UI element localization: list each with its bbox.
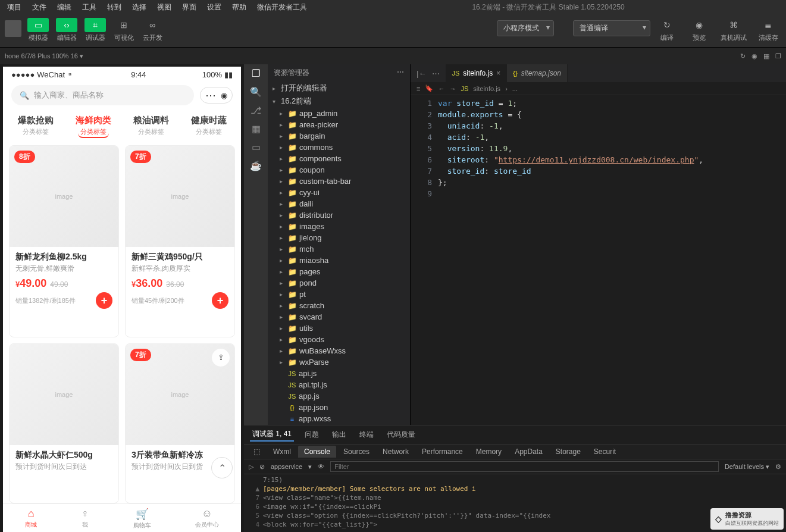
toolbar-button[interactable]: ⌗调试器 bbox=[82, 17, 108, 43]
inspect-icon[interactable]: ⬚ bbox=[248, 446, 266, 458]
more-icon[interactable]: ⋯ bbox=[397, 68, 404, 78]
tree-folder[interactable]: ▸📁utils bbox=[268, 323, 410, 334]
menu-item[interactable]: 帮助 bbox=[227, 1, 251, 14]
menu-item[interactable]: 微信开发者工具 bbox=[252, 1, 312, 14]
tree-folder[interactable]: ▸📁daili bbox=[268, 198, 410, 209]
tree-file[interactable]: JSapp.js bbox=[268, 390, 410, 402]
scroll-top-button[interactable]: ⌃ bbox=[211, 457, 233, 478]
toolbar-button[interactable]: ↻编译 bbox=[654, 17, 680, 43]
tree-folder[interactable]: ▸📁area-picker bbox=[268, 119, 410, 130]
code-editor[interactable]: 123456789 var store_id = 1;module.export… bbox=[411, 95, 786, 425]
clear-icon[interactable]: ⊘ bbox=[259, 463, 265, 471]
stop-icon[interactable]: ▷ bbox=[249, 463, 253, 471]
add-button[interactable]: + bbox=[96, 292, 112, 309]
settings-icon[interactable]: ⚙ bbox=[775, 463, 781, 471]
menu-item[interactable]: 视图 bbox=[152, 1, 176, 14]
debugger-tab[interactable]: 终端 bbox=[357, 428, 376, 441]
devtools-panel[interactable]: Memory bbox=[470, 446, 508, 458]
tree-folder[interactable]: ▸📁bargain bbox=[268, 130, 410, 142]
tree-folder[interactable]: ▸📁miaosha bbox=[268, 255, 410, 266]
toolbar-button[interactable]: ▭模拟器 bbox=[25, 17, 51, 43]
nav-back-icon[interactable]: ← bbox=[438, 85, 444, 92]
context-dropdown[interactable]: appservice bbox=[271, 463, 302, 470]
split-icon[interactable]: |← bbox=[417, 69, 426, 78]
levels-dropdown[interactable]: Default levels ▾ bbox=[725, 463, 769, 471]
tree-folder[interactable]: ▸📁images bbox=[268, 221, 410, 232]
avatar[interactable] bbox=[5, 20, 21, 37]
devtools-panel[interactable]: AppData bbox=[509, 446, 549, 458]
tree-folder[interactable]: ▸📁wuBaseWxss bbox=[268, 345, 410, 356]
tree-folder[interactable]: ▸📁app_admin bbox=[268, 108, 410, 119]
more-icon[interactable]: ⋯ bbox=[205, 90, 216, 101]
toolbar-button[interactable]: ∞云开发 bbox=[139, 17, 165, 43]
category-tab[interactable]: 健康时蔬分类标签 bbox=[191, 115, 227, 138]
menu-item[interactable]: 转到 bbox=[102, 1, 126, 14]
extensions-icon[interactable]: ▦ bbox=[252, 123, 261, 134]
tree-file[interactable]: ≡app.wxss bbox=[268, 413, 410, 424]
capsule[interactable]: ⋯ ◉ bbox=[200, 87, 233, 104]
debugger-tab[interactable]: 代码质量 bbox=[384, 428, 418, 441]
filter-input[interactable] bbox=[330, 461, 719, 472]
device-label[interactable]: hone 6/7/8 Plus 100% 16 ▾ bbox=[5, 52, 83, 60]
menu-item[interactable]: 文件 bbox=[27, 1, 51, 14]
window-icon[interactable]: ❐ bbox=[775, 52, 781, 60]
bookmark-icon[interactable]: 🔖 bbox=[425, 85, 433, 92]
toolbar-button[interactable]: ⌘真机调试 bbox=[718, 17, 749, 43]
tree-folder[interactable]: ▸📁custom-tab-bar bbox=[268, 176, 410, 187]
tree-folder[interactable]: ▸📁scratch bbox=[268, 300, 410, 311]
product-card[interactable]: 7折image⇪3斤装带鱼新鲜冷冻预计到货时间次日到货 bbox=[125, 343, 235, 504]
toolbar-button[interactable]: ◉预览 bbox=[686, 17, 712, 43]
tree-file[interactable]: {}app.json bbox=[268, 402, 410, 413]
menu-item[interactable]: 界面 bbox=[177, 1, 201, 14]
tree-folder[interactable]: ▸📁mch bbox=[268, 243, 410, 255]
grid-icon[interactable]: ▦ bbox=[763, 52, 769, 60]
toolbar-button[interactable]: ≣清缓存 bbox=[755, 17, 781, 43]
product-card[interactable]: image新鲜水晶大虾仁500g预计到货时间次日到达 bbox=[9, 343, 119, 504]
product-card[interactable]: 7折image新鲜三黄鸡950g/只新鲜宰杀,肉质厚实36.0036.00销量4… bbox=[125, 145, 235, 337]
branch-icon[interactable]: ⎇ bbox=[250, 105, 261, 116]
menu-item[interactable]: 选择 bbox=[127, 1, 151, 14]
close-icon[interactable]: × bbox=[496, 69, 500, 77]
category-tab[interactable]: 海鲜肉类分类标签 bbox=[76, 115, 111, 138]
nav-item[interactable]: ☺会员中心 bbox=[195, 508, 219, 530]
debug-icon[interactable]: ▭ bbox=[252, 142, 261, 153]
editor-tab[interactable]: {}sitemap.json bbox=[507, 64, 568, 82]
tree-folder[interactable]: ▸📁pond bbox=[268, 277, 410, 289]
tree-folder[interactable]: ▸📁components bbox=[268, 153, 410, 164]
menu-item[interactable]: 编辑 bbox=[52, 1, 76, 14]
terminal-icon[interactable]: ☕ bbox=[250, 160, 262, 171]
nav-item[interactable]: ♀我 bbox=[81, 508, 89, 530]
devtools-panel[interactable]: Securit bbox=[588, 446, 622, 458]
devtools-panel[interactable]: Sources bbox=[337, 446, 375, 458]
nav-fwd-icon[interactable]: → bbox=[449, 85, 456, 92]
eye-icon[interactable]: 👁 bbox=[318, 463, 324, 470]
refresh-icon[interactable]: ↻ bbox=[740, 52, 746, 60]
tree-section[interactable]: ▸打开的编辑器 bbox=[268, 82, 410, 95]
share-icon[interactable]: ⇪ bbox=[212, 349, 230, 367]
category-tab[interactable]: 粮油调料分类标签 bbox=[133, 115, 169, 138]
tree-folder[interactable]: ▸📁cyy-ui bbox=[268, 187, 410, 198]
category-tab[interactable]: 爆款抢购分类标签 bbox=[18, 115, 54, 138]
menu-item[interactable]: 项目 bbox=[2, 1, 26, 14]
tree-folder[interactable]: ▸📁pt bbox=[268, 289, 410, 300]
editor-tab[interactable]: JSsiteinfo.js× bbox=[446, 64, 507, 82]
debugger-tab[interactable]: 输出 bbox=[330, 428, 349, 441]
devtools-panel[interactable]: Performance bbox=[416, 446, 469, 458]
tree-folder[interactable]: ▸📁distributor bbox=[268, 209, 410, 221]
toolbar-button[interactable]: ‹›编辑器 bbox=[54, 17, 80, 43]
record-icon[interactable]: ◉ bbox=[751, 52, 757, 60]
devtools-panel[interactable]: Wxml bbox=[267, 446, 297, 458]
toolbar-button[interactable]: ⊞可视化 bbox=[111, 17, 137, 43]
console-output[interactable]: 7:15)▲[pages/member/member] Some selecto… bbox=[244, 474, 786, 532]
tree-folder[interactable]: ▸📁pages bbox=[268, 266, 410, 277]
menu-item[interactable]: 工具 bbox=[77, 1, 101, 14]
list-icon[interactable]: ≡ bbox=[417, 85, 420, 92]
tree-folder[interactable]: ▸📁vgoods bbox=[268, 334, 410, 345]
add-button[interactable]: + bbox=[212, 292, 228, 309]
compile-dropdown[interactable]: 普通编译 bbox=[573, 20, 650, 36]
menu-item[interactable]: 设置 bbox=[202, 1, 226, 14]
debugger-tab[interactable]: 问题 bbox=[302, 428, 321, 441]
explorer-icon[interactable]: ❐ bbox=[252, 68, 260, 79]
mode-dropdown[interactable]: 小程序模式 bbox=[497, 20, 554, 36]
devtools-panel[interactable]: Network bbox=[377, 446, 415, 458]
